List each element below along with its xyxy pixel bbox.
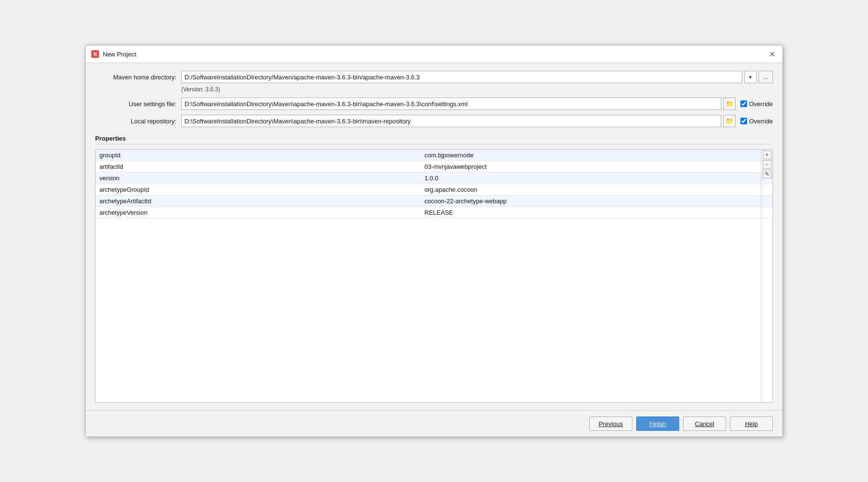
properties-section-title: Properties <box>95 135 773 144</box>
edit-property-btn[interactable]: ✎ <box>763 170 771 178</box>
remove-property-btn[interactable]: − <box>763 160 771 169</box>
property-key: groupId <box>96 150 421 161</box>
table-row[interactable]: groupId com.bjpowernode <box>96 150 772 161</box>
local-repo-input-wrapper: 📁 <box>181 115 736 127</box>
maven-home-input[interactable] <box>181 71 742 83</box>
table-row[interactable]: archetypeVersion RELEASE <box>96 207 772 219</box>
property-value: com.bjpowernode <box>421 150 772 161</box>
table-row[interactable]: archetypeArtifactId cocoon-22-archetype-… <box>96 196 772 207</box>
user-settings-override-text: Override <box>749 100 773 108</box>
close-button[interactable]: ✕ <box>767 49 777 59</box>
table-row[interactable]: artifactId 03-mvnjavawebproject <box>96 161 772 173</box>
property-value: org.apache.cocoon <box>421 184 772 195</box>
title-bar-left: N New Project <box>91 50 136 58</box>
table-row[interactable]: archetypeGroupId org.apache.cocoon <box>96 184 772 196</box>
title-bar: N New Project ✕ <box>86 45 782 63</box>
table-sidebar: + − ✎ <box>761 150 772 402</box>
property-key: archetypeVersion <box>96 207 421 218</box>
property-value: RELEASE <box>421 207 772 218</box>
dialog-content: Maven home directory: ▼ ... (Version: 3.… <box>86 63 782 410</box>
local-repo-row: Local repository: 📁 Override <box>95 115 773 127</box>
previous-button[interactable]: Previous <box>589 416 632 431</box>
user-settings-input[interactable] <box>181 98 721 110</box>
local-repo-folder-btn[interactable]: 📁 <box>723 115 736 127</box>
user-settings-input-wrapper: 📁 <box>181 98 736 110</box>
cancel-button[interactable]: Cancel <box>683 416 726 431</box>
local-repo-input[interactable] <box>181 115 721 127</box>
add-property-btn[interactable]: + <box>763 151 771 159</box>
maven-version-text: (Version: 3.6.3) <box>181 86 773 93</box>
maven-home-label: Maven home directory: <box>95 74 176 81</box>
user-settings-override-checkbox[interactable] <box>740 100 747 107</box>
user-settings-override-label[interactable]: Override <box>740 100 773 108</box>
user-settings-folder-btn[interactable]: 📁 <box>723 98 736 110</box>
property-value: 03-mvnjavawebproject <box>421 161 772 172</box>
dialog-footer: Previous Finish Cancel Help <box>86 410 782 437</box>
property-value: 1.0.0 <box>421 173 772 184</box>
property-key: archetypeGroupId <box>96 184 421 195</box>
property-value: cocoon-22-archetype-webapp <box>421 196 772 207</box>
user-settings-row: User settings file: 📁 Override <box>95 98 773 110</box>
user-settings-label: User settings file: <box>95 100 176 108</box>
properties-table: groupId com.bjpowernode artifactId 03-mv… <box>95 149 773 403</box>
local-repo-label: Local repository: <box>95 118 176 125</box>
finish-button[interactable]: Finish <box>636 416 679 431</box>
new-project-dialog: N New Project ✕ Maven home directory: ▼ … <box>85 45 783 437</box>
maven-home-dropdown-btn[interactable]: ▼ <box>744 71 757 83</box>
property-key: artifactId <box>96 161 421 172</box>
maven-home-row: Maven home directory: ▼ ... <box>95 71 773 83</box>
property-key: archetypeArtifactId <box>96 196 421 207</box>
local-repo-override-checkbox[interactable] <box>740 118 747 124</box>
local-repo-override-label[interactable]: Override <box>740 118 773 125</box>
maven-home-input-wrapper: ▼ ... <box>181 71 773 83</box>
help-button[interactable]: Help <box>730 416 773 431</box>
table-row[interactable]: version 1.0.0 <box>96 173 772 184</box>
property-key: version <box>96 173 421 184</box>
dialog-title: New Project <box>103 51 136 58</box>
app-icon: N <box>91 50 99 58</box>
local-repo-override-text: Override <box>749 118 773 125</box>
maven-home-ellipsis-btn[interactable]: ... <box>759 71 773 83</box>
properties-table-body: groupId com.bjpowernode artifactId 03-mv… <box>96 150 772 219</box>
